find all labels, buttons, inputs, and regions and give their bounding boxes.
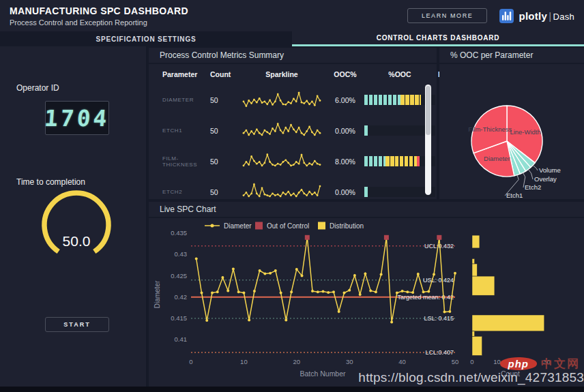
bar-segment: [400, 95, 421, 105]
svg-text:0: 0: [189, 358, 192, 365]
bar-segment: [364, 95, 400, 105]
bottom-strip: [0, 387, 584, 392]
svg-text:LCL:0.407: LCL:0.407: [425, 349, 454, 356]
progress-gauge: [15, 183, 138, 265]
operator-id-display[interactable]: 1704: [45, 101, 109, 135]
svg-text:0.435: 0.435: [171, 229, 187, 237]
svg-text:0.41: 0.41: [175, 335, 188, 343]
ooc-pie-panel: % OOC per Parameter Line-WidthVolumeOver…: [439, 48, 584, 199]
watermark: php 中文网 https://blog.csdn.net/weixin_427…: [358, 356, 584, 385]
svg-text:Film-Thickness: Film-Thickness: [468, 125, 512, 133]
svg-text:0.415: 0.415: [171, 314, 187, 322]
spc-panel-title: Live SPC Chart: [149, 202, 584, 218]
table-row: FILM-THICKNESS 50 8.00%: [149, 146, 437, 177]
ooc-pct-value: 0.00%: [329, 188, 362, 196]
svg-text:USL: 0.424: USL: 0.424: [423, 277, 454, 284]
plotly-logo-icon: [499, 9, 514, 23]
quick-stats-panel: Operator ID 1704 Time to completion 50.0…: [0, 46, 146, 387]
page-subtitle: Process Control and Exception Reporting: [10, 18, 188, 27]
svg-text:Diameter: Diameter: [484, 155, 510, 162]
svg-text:Etch1: Etch1: [506, 192, 523, 199]
col-ooc-pct: OOC%: [329, 70, 362, 78]
php-logo-icon: php: [500, 357, 538, 370]
page-title: MANUFACTURING SPC DASHBOARD: [10, 5, 188, 16]
brand-name: plotly|Dash: [519, 10, 574, 22]
svg-text:Diameter: Diameter: [224, 222, 252, 230]
svg-text:LSL: 0.415: LSL: 0.415: [424, 315, 454, 322]
ooc-pct-value: 6.00%: [329, 96, 362, 104]
start-button[interactable]: START: [45, 317, 109, 332]
bar-segment: [364, 187, 368, 197]
svg-text:Out of Control: Out of Control: [267, 222, 309, 230]
sparkline-chart: [239, 179, 324, 205]
php-cn-label: 中文网: [541, 356, 580, 372]
bar-segment: [364, 156, 385, 166]
table-header-row: Parameter Count Sparkline OOC% %OOC Pass…: [149, 64, 437, 85]
svg-text:Batch Number: Batch Number: [300, 370, 346, 378]
col-parameter: Parameter: [162, 70, 210, 78]
svg-text:0.43: 0.43: [175, 250, 188, 258]
scrollbar-thumb[interactable]: [426, 86, 430, 135]
tab-specification-settings[interactable]: SPECIFICATION SETTINGS: [0, 31, 292, 46]
tab-bar: SPECIFICATION SETTINGS CONTROL CHARTS DA…: [0, 31, 584, 46]
gauge-value: 50.0: [15, 233, 138, 250]
svg-text:Volume: Volume: [539, 166, 561, 174]
col-sparkline: Sparkline: [235, 70, 329, 78]
ooc-pct-value: 8.00%: [329, 157, 362, 166]
learn-more-button[interactable]: LEARN MORE: [407, 8, 488, 23]
svg-text:Line-Width: Line-Width: [510, 128, 540, 136]
count-value: 50: [210, 188, 235, 196]
svg-text:10: 10: [240, 358, 248, 365]
ooc-pct-value: 0.00%: [329, 127, 362, 135]
parameter-name: ETCH2: [162, 189, 210, 195]
svg-text:Diameter: Diameter: [154, 280, 161, 308]
plotly-dash-logo[interactable]: plotly|Dash: [499, 9, 574, 23]
metrics-panel-title: Process Control Metrics Summary: [149, 48, 437, 64]
svg-text:Etch2: Etch2: [525, 183, 541, 191]
svg-text:Distribution: Distribution: [330, 222, 364, 230]
col-count: Count: [210, 70, 235, 78]
metrics-table: Parameter Count Sparkline OOC% %OOC Pass…: [149, 64, 437, 207]
svg-text:30: 30: [346, 358, 353, 365]
banner-titles: MANUFACTURING SPC DASHBOARD Process Cont…: [10, 5, 188, 27]
sparkline-chart: [239, 87, 324, 113]
tab-control-charts-dashboard[interactable]: CONTROL CHARTS DASHBOARD: [292, 31, 584, 46]
svg-text:Overlay: Overlay: [534, 175, 557, 183]
sparkline-chart: [239, 149, 324, 175]
parameter-name: ETCH1: [162, 127, 210, 134]
count-value: 50: [210, 157, 235, 166]
table-row: DIAMETER 50 6.00%: [149, 85, 437, 115]
table-scrollbar[interactable]: [425, 85, 431, 195]
table-row: ETCH1 50 0.00%: [149, 115, 437, 146]
operator-id-value: 1704: [44, 105, 111, 132]
operator-id-label: Operator ID: [16, 83, 59, 93]
watermark-url: https://blog.csdn.net/weixin_42731853: [358, 370, 584, 385]
col-pct-ooc: %OOC: [362, 70, 438, 78]
parameter-name: DIAMETER: [162, 97, 210, 103]
svg-text:20: 20: [293, 358, 301, 365]
parameter-name: FILM-THICKNESS: [162, 155, 210, 168]
svg-text:UCL:0.432: UCL:0.432: [424, 243, 454, 250]
sparkline-chart: [239, 118, 324, 144]
bar-segment: [364, 125, 368, 136]
bar-segment: [385, 156, 417, 166]
svg-text:Targeted mean: 0.42: Targeted mean: 0.42: [397, 294, 454, 301]
ooc-pie-chart: Line-WidthVolumeOverlayEtch2Etch1Diamete…: [439, 64, 584, 199]
app-banner: MANUFACTURING SPC DASHBOARD Process Cont…: [0, 0, 584, 31]
count-value: 50: [210, 96, 235, 104]
count-value: 50: [210, 127, 235, 135]
metrics-summary-panel: Process Control Metrics Summary Paramete…: [149, 48, 437, 199]
pie-panel-title: % OOC per Parameter: [439, 48, 584, 64]
svg-text:0.425: 0.425: [171, 272, 187, 280]
bar-segment: [417, 156, 420, 166]
svg-text:0.42: 0.42: [175, 293, 188, 301]
